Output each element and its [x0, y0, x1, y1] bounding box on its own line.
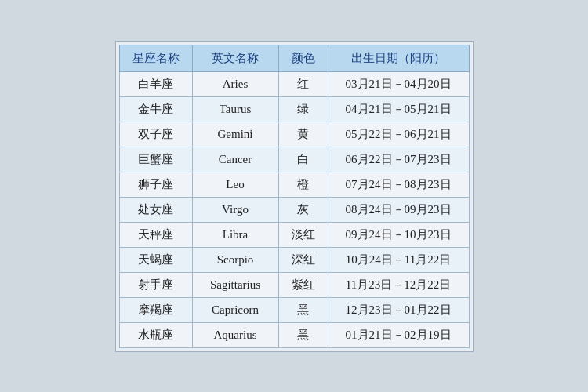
cell-color: 淡红 — [278, 222, 328, 247]
cell-date: 05月22日－06月21日 — [328, 122, 469, 147]
cell-english: Cancer — [192, 147, 278, 172]
cell-english: Virgo — [192, 197, 278, 222]
cell-date: 07月24日－08月23日 — [328, 172, 469, 197]
table-row: 狮子座Leo橙07月24日－08月23日 — [119, 172, 469, 197]
header-chinese: 星座名称 — [119, 45, 192, 71]
cell-color: 白 — [278, 147, 328, 172]
zodiac-table: 星座名称 英文名称 颜色 出生日期（阳历） 白羊座Aries红03月21日－04… — [119, 45, 470, 348]
cell-chinese: 处女座 — [119, 197, 192, 222]
cell-color: 黑 — [278, 297, 328, 322]
cell-date: 04月21日－05月21日 — [328, 96, 469, 122]
table-row: 水瓶座Aquarius黑01月21日－02月19日 — [119, 322, 469, 347]
table-row: 双子座Gemini黄05月22日－06月21日 — [119, 122, 469, 147]
table-body: 白羊座Aries红03月21日－04月20日金牛座Taurus绿04月21日－0… — [119, 71, 469, 347]
cell-date: 10月24日－11月22日 — [328, 247, 469, 272]
cell-chinese: 水瓶座 — [119, 322, 192, 347]
cell-english: Taurus — [192, 96, 278, 122]
table-row: 天秤座Libra淡红09月24日－10月23日 — [119, 222, 469, 247]
zodiac-table-container: 星座名称 英文名称 颜色 出生日期（阳历） 白羊座Aries红03月21日－04… — [115, 41, 474, 352]
table-row: 金牛座Taurus绿04月21日－05月21日 — [119, 96, 469, 122]
cell-chinese: 天秤座 — [119, 222, 192, 247]
cell-chinese: 双子座 — [119, 122, 192, 147]
cell-english: Aries — [192, 71, 278, 96]
cell-chinese: 巨蟹座 — [119, 147, 192, 172]
cell-date: 01月21日－02月19日 — [328, 322, 469, 347]
cell-english: Libra — [192, 222, 278, 247]
table-row: 射手座Sagittarius紫红11月23日－12月22日 — [119, 272, 469, 297]
cell-english: Aquarius — [192, 322, 278, 347]
cell-color: 黑 — [278, 322, 328, 347]
cell-english: Gemini — [192, 122, 278, 147]
cell-english: Leo — [192, 172, 278, 197]
table-header-row: 星座名称 英文名称 颜色 出生日期（阳历） — [119, 45, 469, 71]
table-row: 天蝎座Scorpio深红10月24日－11月22日 — [119, 247, 469, 272]
cell-chinese: 狮子座 — [119, 172, 192, 197]
cell-color: 橙 — [278, 172, 328, 197]
header-color: 颜色 — [278, 45, 328, 71]
cell-date: 11月23日－12月22日 — [328, 272, 469, 297]
header-date: 出生日期（阳历） — [328, 45, 469, 71]
cell-chinese: 摩羯座 — [119, 297, 192, 322]
cell-date: 06月22日－07月23日 — [328, 147, 469, 172]
table-row: 巨蟹座Cancer白06月22日－07月23日 — [119, 147, 469, 172]
cell-color: 绿 — [278, 96, 328, 122]
table-row: 摩羯座Capricorn黑12月23日－01月22日 — [119, 297, 469, 322]
cell-english: Sagittarius — [192, 272, 278, 297]
cell-chinese: 白羊座 — [119, 71, 192, 96]
cell-date: 09月24日－10月23日 — [328, 222, 469, 247]
cell-chinese: 射手座 — [119, 272, 192, 297]
cell-color: 红 — [278, 71, 328, 96]
cell-chinese: 金牛座 — [119, 96, 192, 122]
cell-english: Scorpio — [192, 247, 278, 272]
table-row: 处女座Virgo灰08月24日－09月23日 — [119, 197, 469, 222]
table-row: 白羊座Aries红03月21日－04月20日 — [119, 71, 469, 96]
cell-date: 03月21日－04月20日 — [328, 71, 469, 96]
header-english: 英文名称 — [192, 45, 278, 71]
cell-date: 12月23日－01月22日 — [328, 297, 469, 322]
cell-color: 黄 — [278, 122, 328, 147]
cell-color: 深红 — [278, 247, 328, 272]
cell-color: 灰 — [278, 197, 328, 222]
cell-color: 紫红 — [278, 272, 328, 297]
cell-date: 08月24日－09月23日 — [328, 197, 469, 222]
cell-english: Capricorn — [192, 297, 278, 322]
cell-chinese: 天蝎座 — [119, 247, 192, 272]
